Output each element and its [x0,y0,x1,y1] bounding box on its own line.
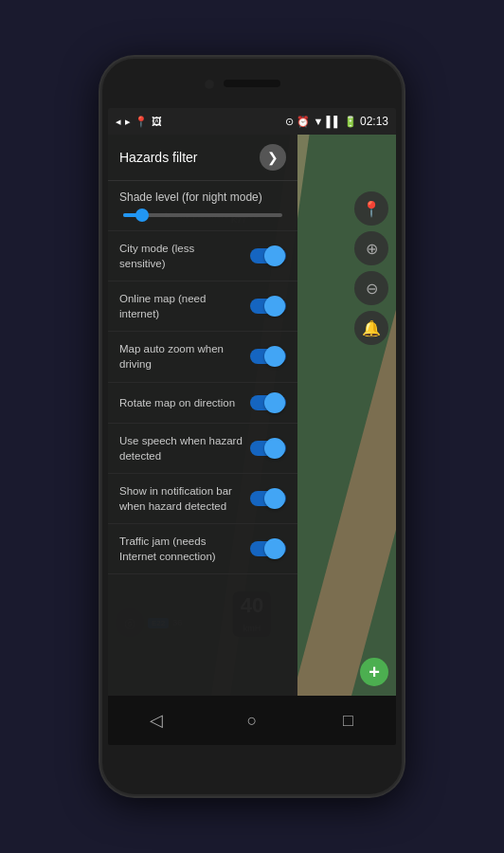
recent-icon: □ [343,711,353,731]
toggle-thumb-traffic-jam [264,538,285,559]
time-display: 02:13 [360,115,388,128]
recent-apps-button[interactable]: □ [319,701,376,739]
toggle-label-online-map: Online map (need internet) [119,291,250,321]
toggle-thumb-city-mode [264,245,285,266]
home-icon: ○ [247,711,258,731]
back-button[interactable]: ◁ [128,701,185,739]
hazards-filter-title: Hazards filter [119,150,197,165]
toggle-switch-map-auto-zoom[interactable] [250,346,286,367]
status-left-icons: ◂ ▸ 📍 🖼 [116,116,162,128]
toggle-item-use-speech[interactable]: Use speech when hazard detected [108,424,297,474]
toggle-item-map-auto-zoom[interactable]: Map auto zoom when driving [108,332,297,382]
phone-speaker [224,80,280,87]
bottom-navigation: ◁ ○ □ [108,696,396,745]
add-button[interactable]: + [360,658,388,686]
toggle-switch-city-mode[interactable] [250,245,286,266]
toggle-item-show-notification[interactable]: Show in notification bar when hazard det… [108,474,297,524]
plus-icon: + [369,662,380,683]
toggle-thumb-use-speech [264,438,285,459]
toggle-item-traffic-jam[interactable]: Traffic jam (needs Internet connection) [108,524,297,574]
phone-camera [205,80,214,89]
toggle-switch-rotate-map[interactable] [250,392,286,413]
toggle-item-city-mode[interactable]: City mode (less sensitive) [108,231,297,281]
toggle-switch-online-map[interactable] [250,296,286,317]
home-button[interactable]: ○ [224,701,280,739]
toggle-thumb-online-map [264,296,285,317]
arrow-right-icon: ❯ [267,150,279,165]
signal-bars-icon: ▌▌ [326,116,341,127]
pin-icon[interactable]: 📍 [354,191,388,226]
toggle-label-use-speech: Use speech when hazard detected [119,433,250,463]
toggle-label-show-notification: Show in notification bar when hazard det… [119,483,250,514]
toggle-thumb-map-auto-zoom [264,346,285,367]
signal-icon: ◂ [116,116,121,128]
zoom-in-icon[interactable]: ⊕ [354,231,388,265]
toggle-item-rotate-map[interactable]: Rotate map on direction [108,383,297,424]
slider-thumb[interactable] [135,209,149,222]
phone-screen: ◂ ▸ 📍 🖼 ⊙ ⏰ ▼ ▌▌ 🔋 02:13 Магистрального … [108,108,396,745]
play-icon: ▸ [125,116,131,128]
phone-device: ◂ ▸ 📍 🖼 ⊙ ⏰ ▼ ▌▌ 🔋 02:13 Магистрального … [100,57,404,796]
toggle-list: City mode (less sensitive)Online map (ne… [108,231,297,574]
back-icon: ◁ [150,710,163,731]
toggle-switch-traffic-jam[interactable] [250,538,286,559]
toggle-switch-show-notification[interactable] [250,488,286,509]
toggle-label-city-mode: City mode (less sensitive) [119,241,250,271]
shade-label: Shade level (for night mode) [119,191,286,204]
toggle-label-rotate-map: Rotate map on direction [119,395,250,410]
zoom-out-icon[interactable]: ⊖ [354,271,388,305]
settings-panel: Hazards filter ❯ Shade level (for night … [108,135,297,696]
toggle-switch-use-speech[interactable] [250,438,286,459]
map-action-icons: 📍 ⊕ ⊖ 🔔 [354,191,388,345]
shade-slider[interactable] [123,213,282,217]
status-bar: ◂ ▸ 📍 🖼 ⊙ ⏰ ▼ ▌▌ 🔋 02:13 [108,108,396,135]
toggle-thumb-rotate-map [264,392,285,413]
alarm-icon: ⏰ [297,116,310,128]
wifi-icon: ▼ [313,116,323,127]
hazards-arrow-button[interactable]: ❯ [260,144,286,171]
toggle-thumb-show-notification [264,488,285,509]
toggle-label-map-auto-zoom: Map auto zoom when driving [119,341,250,372]
toggle-item-online-map[interactable]: Online map (need internet) [108,281,297,332]
location-icon: 📍 [135,116,148,128]
photo-icon: 🖼 [152,116,162,127]
status-right-icons: ⊙ ⏰ ▼ ▌▌ 🔋 02:13 [285,115,388,128]
battery-icon: 🔋 [344,116,357,128]
toggle-label-traffic-jam: Traffic jam (needs Internet connection) [119,534,250,564]
hazards-filter-header: Hazards filter ❯ [108,135,297,181]
bell-icon[interactable]: 🔔 [354,311,388,345]
gps-icon: ⊙ [285,116,294,128]
shade-level-section: Shade level (for night mode) [108,181,297,231]
